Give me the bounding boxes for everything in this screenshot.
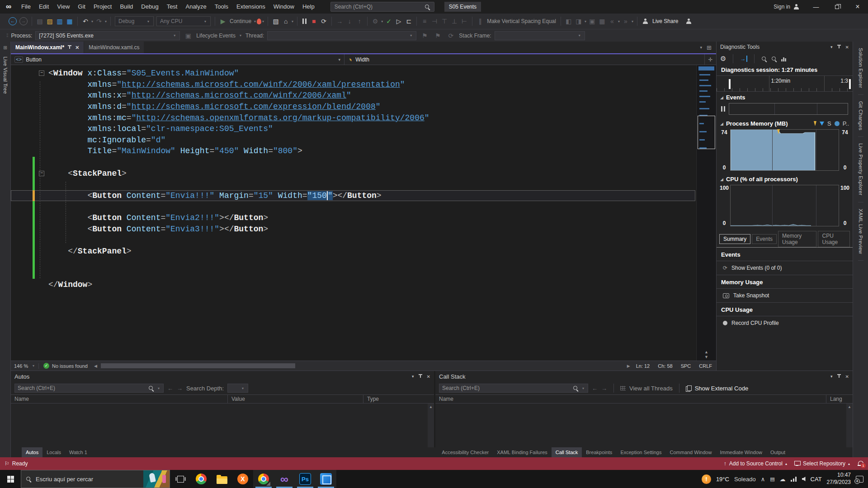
live-share-button[interactable]: Live Share bbox=[642, 18, 680, 24]
spacing-icon[interactable]: ∥ bbox=[475, 16, 485, 26]
open-file-icon[interactable]: ▨ bbox=[45, 16, 55, 26]
weather-condition[interactable]: Soleado bbox=[734, 476, 756, 483]
code-line[interactable]: <Button Content="Envia2!!!"></Button> bbox=[11, 212, 716, 224]
navigate-forward-icon[interactable]: → bbox=[19, 17, 28, 25]
taskbar-app-file-explorer[interactable] bbox=[212, 470, 232, 488]
suspend-icon[interactable]: ⟳ bbox=[446, 31, 456, 41]
start-button[interactable] bbox=[0, 470, 21, 488]
dropdown-caret-icon[interactable]: ▾ bbox=[585, 19, 586, 23]
sign-in-button[interactable]: Sign in bbox=[767, 4, 806, 10]
stop-debugging-icon[interactable]: ■ bbox=[309, 16, 319, 26]
dock-tab-xaml-live-preview[interactable]: XAML Live Preview bbox=[858, 202, 863, 261]
hot-reload-icon[interactable] bbox=[257, 19, 261, 24]
code-line[interactable]: mc:Ignorable="d" bbox=[11, 135, 716, 146]
code-line[interactable]: xmlns:local="clr-namespace:S05_Events" bbox=[11, 123, 716, 135]
dock-tab-live-property-explorer[interactable]: Live Property Explorer bbox=[858, 137, 863, 202]
close-icon[interactable]: ✕ bbox=[845, 45, 849, 50]
tab-mainwindow-xaml-[interactable]: MainWindow.xaml*✕ bbox=[11, 42, 84, 53]
grid-icon[interactable]: ▦ bbox=[597, 16, 607, 26]
weather-icon[interactable]: ! bbox=[702, 474, 711, 484]
timeline-marker[interactable] bbox=[729, 79, 731, 89]
collapse-icon[interactable]: ◢ bbox=[720, 122, 723, 126]
split-window-icon[interactable]: ✛ bbox=[704, 54, 716, 65]
collapse-icon[interactable]: ◢ bbox=[720, 177, 723, 182]
align-centers-icon[interactable]: ⊣ bbox=[429, 16, 439, 26]
participants-icon[interactable] bbox=[686, 19, 692, 24]
code-line[interactable]: xmlns:d="http://schemas.microsoft.com/ex… bbox=[11, 101, 716, 113]
minimap-viewport[interactable] bbox=[698, 116, 715, 149]
scrollbar[interactable]: ▲ bbox=[846, 404, 853, 447]
menu-file[interactable]: File bbox=[17, 0, 35, 14]
redo-icon[interactable]: ↷ bbox=[94, 16, 104, 26]
dropdown-caret-icon[interactable]: ▾ bbox=[105, 19, 107, 23]
editor-scrollbar-map[interactable]: ▲▼ bbox=[696, 65, 716, 361]
quotes-icon[interactable]: « bbox=[607, 16, 617, 26]
element-breadcrumb-dropdown[interactable]: <> Button ▾ bbox=[11, 54, 344, 65]
tab-mainwindow-xaml-cs[interactable]: MainWindow.xaml.cs bbox=[84, 42, 144, 53]
code-line[interactable]: <Button Content="Envia3!!!"></Button> bbox=[11, 223, 716, 235]
diagnostics-timeline[interactable]: 1:20min 1:3 bbox=[717, 75, 853, 92]
panel-tab-locals[interactable]: Locals bbox=[42, 447, 65, 457]
break-all-icon[interactable] bbox=[302, 19, 307, 24]
autos-search-input[interactable]: Search (Ctrl+E) ▾ bbox=[14, 384, 164, 393]
panel-tab-immediate-window[interactable]: Immediate Window bbox=[716, 447, 766, 457]
code-line[interactable] bbox=[11, 257, 716, 268]
close-button[interactable]: × bbox=[847, 0, 868, 14]
step-into-icon[interactable]: ↓ bbox=[344, 16, 354, 26]
callstack-search-input[interactable]: Search (Ctrl+E) ▾ bbox=[439, 384, 588, 393]
menu-help[interactable]: Help bbox=[298, 0, 319, 14]
property-search-input[interactable]: ⌁ Width bbox=[344, 54, 704, 65]
menu-window[interactable]: Window bbox=[269, 0, 298, 14]
code-line[interactable]: −<StackPanel> bbox=[11, 168, 716, 179]
next-frame-icon[interactable]: → bbox=[601, 385, 607, 392]
panel-tab-accessibility-checker[interactable]: Accessibility Checker bbox=[438, 447, 493, 457]
scroll-right-icon[interactable]: ▶ bbox=[625, 364, 632, 368]
home-icon[interactable]: ⌂ bbox=[281, 16, 291, 26]
show-events-link[interactable]: ⟳ Show Events (0 of 0) bbox=[717, 261, 853, 275]
clock[interactable]: 10:47 27/9/2023 bbox=[827, 472, 851, 486]
taskbar-app-visual-studio[interactable]: ∞ bbox=[274, 470, 295, 488]
panel-tab-xaml-binding-failures[interactable]: XAML Binding Failures bbox=[493, 447, 551, 457]
volume-icon[interactable] bbox=[802, 477, 806, 481]
solution-configuration-dropdown[interactable]: Debug▾ bbox=[115, 16, 154, 26]
panel-tab-autos[interactable]: Autos bbox=[22, 447, 42, 457]
thread-dropdown[interactable]: ▾ bbox=[267, 31, 416, 40]
task-view-button[interactable] bbox=[170, 470, 191, 488]
pin-icon[interactable] bbox=[418, 374, 423, 379]
panel-tab-output[interactable]: Output bbox=[766, 447, 789, 457]
lifecycle-events-dropdown[interactable]: Lifecycle Events bbox=[196, 33, 236, 39]
save-icon[interactable]: ▥ bbox=[55, 16, 65, 26]
quotes2-icon[interactable]: » bbox=[621, 16, 631, 26]
step-over-icon[interactable]: → bbox=[335, 16, 344, 26]
code-line[interactable]: xmlns:mc="http://schemas.openxmlformats.… bbox=[11, 112, 716, 123]
zoom-in-icon[interactable] bbox=[761, 56, 767, 62]
code-line[interactable] bbox=[11, 235, 716, 246]
select-repository-button[interactable]: Select Repository▴ bbox=[794, 460, 850, 467]
xaml-designer-icon[interactable]: ⚙ bbox=[370, 16, 380, 26]
zoom-dropdown[interactable]: 146 % ▾ bbox=[11, 363, 39, 369]
code-line[interactable]: −<Window x:Class="S05_Events.MainWindow" bbox=[11, 68, 716, 79]
action-center-icon[interactable]: 4 bbox=[856, 476, 863, 483]
panel-tab-watch-1[interactable]: Watch 1 bbox=[65, 447, 91, 457]
network-icon[interactable] bbox=[791, 477, 797, 482]
code-line[interactable] bbox=[11, 268, 716, 279]
callstack-column-name[interactable]: Name bbox=[435, 395, 826, 403]
menu-project[interactable]: Project bbox=[90, 0, 116, 14]
next-icon[interactable]: → bbox=[177, 385, 183, 392]
taskbar-app-media-app[interactable] bbox=[316, 470, 336, 488]
show-external-code-button[interactable]: Show External Code bbox=[695, 385, 749, 392]
zoom-out-icon[interactable] bbox=[771, 56, 777, 62]
scroll-left-icon[interactable]: ◀ bbox=[92, 364, 99, 368]
edit-margins-icon[interactable]: ⊏ bbox=[404, 16, 414, 26]
align-rights-icon[interactable]: ⊢ bbox=[459, 16, 469, 26]
record-cpu-link[interactable]: Record CPU Profile bbox=[717, 316, 853, 330]
onedrive-cloud-icon[interactable]: ☁ bbox=[780, 476, 786, 483]
dock-tab-git-changes[interactable]: Git Changes bbox=[858, 95, 863, 137]
take-snapshot-link[interactable]: Take Snapshot bbox=[717, 289, 853, 303]
menu-analyze[interactable]: Analyze bbox=[181, 0, 210, 14]
taskbar-app-xampp[interactable]: X bbox=[232, 470, 253, 488]
spell-check-icon[interactable]: ✓ bbox=[384, 16, 394, 26]
save-all-icon[interactable]: ▦ bbox=[65, 16, 75, 26]
pin-icon[interactable] bbox=[67, 45, 72, 50]
menu-view[interactable]: View bbox=[53, 0, 74, 14]
